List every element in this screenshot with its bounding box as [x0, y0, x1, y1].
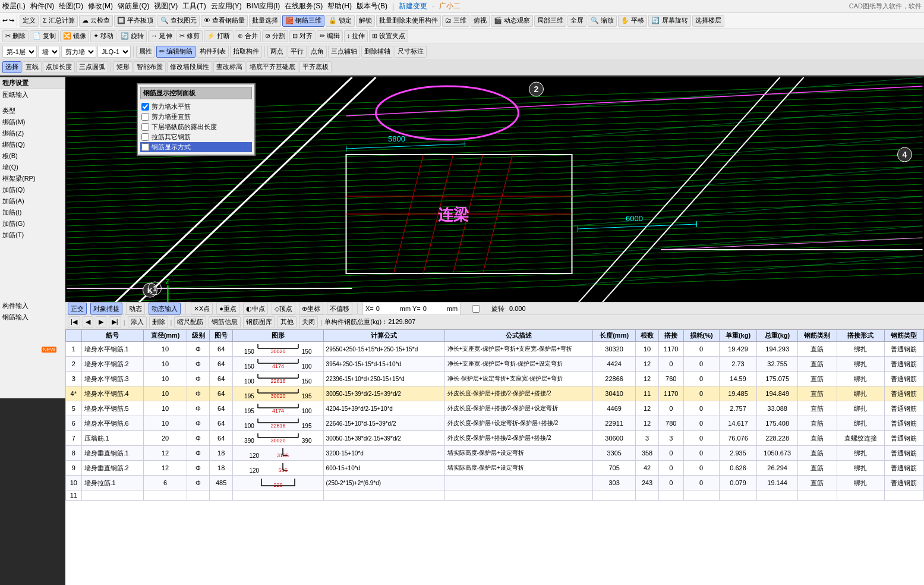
- btn-midpoint[interactable]: ● 重点: [216, 303, 239, 314]
- sidebar-bind-z[interactable]: 绑筋(Z): [0, 128, 65, 139]
- btn-coord[interactable]: ⊕ 坐标: [299, 303, 323, 314]
- btn-point-length[interactable]: 点加长度: [43, 61, 75, 73]
- sidebar-component-input[interactable]: 构件输入: [0, 300, 65, 312]
- menu-version[interactable]: 版本号(B): [357, 1, 387, 11]
- table-row[interactable]: 8 墙身垂直钢筋.1 12 Φ 18 120 3185 3200-15+10*d…: [66, 446, 924, 461]
- btn-smart-place[interactable]: 智能布置: [134, 61, 166, 73]
- table-row[interactable]: 4* 墙身水平钢筋.4 10 Φ 64 195 30020 195 30050-…: [66, 386, 924, 401]
- panel-item-2[interactable]: 下层墙纵筋的露出长度: [140, 122, 252, 132]
- toolbar-redo[interactable]: ↪: [9, 17, 14, 24]
- btn-cloud-check[interactable]: ☁ 云检查: [79, 15, 113, 27]
- btn-select[interactable]: 选择: [2, 61, 21, 73]
- panel-item-1[interactable]: 剪力墙垂直筋: [140, 112, 252, 122]
- table-row[interactable]: 11: [66, 490, 924, 501]
- menu-component[interactable]: 构件(N): [30, 1, 55, 11]
- btn-point-angle[interactable]: 点角: [308, 46, 327, 58]
- btn-copy[interactable]: 📄 复制: [30, 30, 59, 42]
- panel-item-0[interactable]: 剪力墙水平筋: [140, 102, 252, 112]
- btn-lock[interactable]: 🔒 锁定: [326, 15, 355, 27]
- sidebar-board-b[interactable]: 板(B): [0, 150, 65, 162]
- btn-animate[interactable]: 🎬 动态观察: [491, 15, 533, 27]
- btn-nav-first[interactable]: |◀: [68, 316, 80, 328]
- btn-zoom[interactable]: 🔍 缩放: [588, 15, 617, 27]
- menu-cloud[interactable]: 云应用(Y): [211, 1, 242, 11]
- btn-vertex[interactable]: ◇ 顶点: [272, 303, 295, 314]
- btn-three-point-aux[interactable]: 三点辅轴: [328, 46, 360, 58]
- menu-user[interactable]: 广小二: [439, 1, 461, 11]
- btn-pick-component[interactable]: 抬取构件: [230, 46, 262, 58]
- btn-edit-rebar[interactable]: ✏ 编辑钢筋: [156, 46, 195, 58]
- table-row[interactable]: 2 墙身水平钢筋.2 10 Φ 64 150 4174 100 3954+250…: [66, 357, 924, 372]
- panel-checkbox-3[interactable]: [141, 133, 149, 141]
- btn-pan[interactable]: ✋ 平移: [618, 15, 647, 27]
- btn-calc[interactable]: Σ 汇总计算: [40, 15, 78, 27]
- btn-trim[interactable]: ✂ 修剪: [176, 30, 203, 42]
- btn-dimension[interactable]: 尺寸标注: [395, 46, 427, 58]
- y-input[interactable]: [422, 303, 446, 314]
- menu-online[interactable]: 在线服务(S): [285, 1, 323, 11]
- btn-add-row[interactable]: 添入: [128, 316, 147, 328]
- panel-item-3[interactable]: 拉筋其它钢筋: [140, 132, 252, 142]
- btn-modify-wall[interactable]: 修改墙段属性: [167, 61, 212, 73]
- menu-draw[interactable]: 绘图(D): [59, 1, 83, 11]
- x-input[interactable]: [375, 303, 399, 314]
- table-row[interactable]: 1 墙身水平钢筋.1 10 Φ 64 150 30020 150 29550+2…: [66, 342, 924, 357]
- menu-layer[interactable]: 楼层(L): [2, 1, 26, 11]
- btn-no-offset[interactable]: 不偏移: [327, 303, 352, 314]
- btn-rebar-3d[interactable]: 🧱 钢筋三维: [282, 15, 324, 27]
- panel-checkbox-4[interactable]: [141, 143, 149, 151]
- btn-nav-last[interactable]: ▶|: [109, 316, 121, 328]
- btn-set-grip[interactable]: ⊞ 设置夹点: [369, 30, 408, 42]
- btn-break[interactable]: ⚡ 打断: [204, 30, 233, 42]
- sidebar-type[interactable]: 类型: [0, 105, 65, 117]
- wall-type-select[interactable]: 剪力墙: [61, 46, 96, 58]
- id-select[interactable]: JLQ-1: [97, 46, 131, 58]
- menu-rebar-quantity[interactable]: 钢筋量(Q): [118, 1, 149, 11]
- sidebar-rebar-input[interactable]: 钢筋输入: [0, 312, 65, 323]
- btn-component-list[interactable]: 构件列表: [197, 46, 229, 58]
- menu-tools[interactable]: 工具(T): [182, 1, 206, 11]
- btn-dynamic[interactable]: 动态: [126, 303, 145, 314]
- sidebar-bind-q[interactable]: 绑筋(Q): [0, 139, 65, 150]
- btn-extend[interactable]: ↔ 延伸: [148, 30, 175, 42]
- menu-help[interactable]: 帮助(H): [327, 1, 352, 11]
- btn-split[interactable]: ⊘ 分割: [262, 30, 288, 42]
- btn-fullscreen[interactable]: 全屏: [567, 15, 586, 27]
- btn-select-layer[interactable]: 选择楼层: [692, 15, 724, 27]
- sidebar-drawing-input[interactable]: 图纸输入: [0, 89, 65, 100]
- sidebar-add-rebar-t[interactable]: 加筋(T): [0, 229, 65, 241]
- btn-batch-select[interactable]: 批量选择: [249, 15, 281, 27]
- btn-flat-top[interactable]: 🔲 平齐板顶: [114, 15, 156, 27]
- btn-nav-prev[interactable]: ◀: [83, 316, 93, 328]
- menu-modify[interactable]: 修改(M): [88, 1, 113, 11]
- type-select[interactable]: 墙: [38, 46, 60, 58]
- btn-line[interactable]: 直线: [23, 61, 42, 73]
- btn-rebar-info[interactable]: 钢筋信息: [209, 316, 241, 328]
- btn-3d[interactable]: 🗂 三维: [442, 15, 469, 27]
- rotate-checkbox[interactable]: [464, 305, 488, 313]
- btn-flat-bottom[interactable]: 平齐底板: [299, 61, 332, 73]
- btn-close[interactable]: 关闭: [299, 316, 318, 328]
- toolbar-undo[interactable]: ↩: [2, 17, 8, 24]
- btn-change-elev[interactable]: 查改标高: [213, 61, 245, 73]
- sidebar-wall-q[interactable]: 墙(Q): [0, 162, 65, 173]
- table-row[interactable]: 5 墙身水平钢筋.5 10 Φ 64 195 4174 100 4204-15+…: [66, 401, 924, 416]
- btn-dynamic-input[interactable]: 动态输入: [149, 303, 181, 314]
- table-row[interactable]: 10 墙身拉筋.1 6 Φ 485 220 (250-2*15)+2*(6.9*…: [66, 476, 924, 490]
- btn-find-element[interactable]: 🔍 查找图元: [157, 15, 200, 27]
- btn-move[interactable]: ✦ 移动: [90, 30, 116, 42]
- sidebar-add-rebar-q[interactable]: 加筋(Q): [0, 184, 65, 196]
- panel-item-4[interactable]: 钢筋显示方式: [140, 142, 252, 152]
- btn-mirror[interactable]: 🔀 镜像: [60, 30, 89, 42]
- btn-center[interactable]: ◐ 中点: [243, 303, 268, 314]
- btn-nav-next[interactable]: ▶: [96, 316, 106, 328]
- btn-orthogonal[interactable]: 正交: [68, 303, 87, 314]
- btn-rect[interactable]: 矩形: [113, 61, 133, 73]
- btn-view-quantity[interactable]: 👁 查看钢筋量: [201, 15, 248, 27]
- btn-other[interactable]: 其他: [277, 316, 297, 328]
- sidebar-add-rebar-g[interactable]: 加筋(G): [0, 218, 65, 229]
- btn-delete-aux[interactable]: 删除辅轴: [361, 46, 393, 58]
- btn-rebar-lib[interactable]: 钢筋图库: [243, 316, 275, 328]
- menu-view[interactable]: 视图(V): [154, 1, 178, 11]
- table-row[interactable]: 3 墙身水平钢筋.3 10 Φ 64 100 22616 150 22396-1…: [66, 372, 924, 386]
